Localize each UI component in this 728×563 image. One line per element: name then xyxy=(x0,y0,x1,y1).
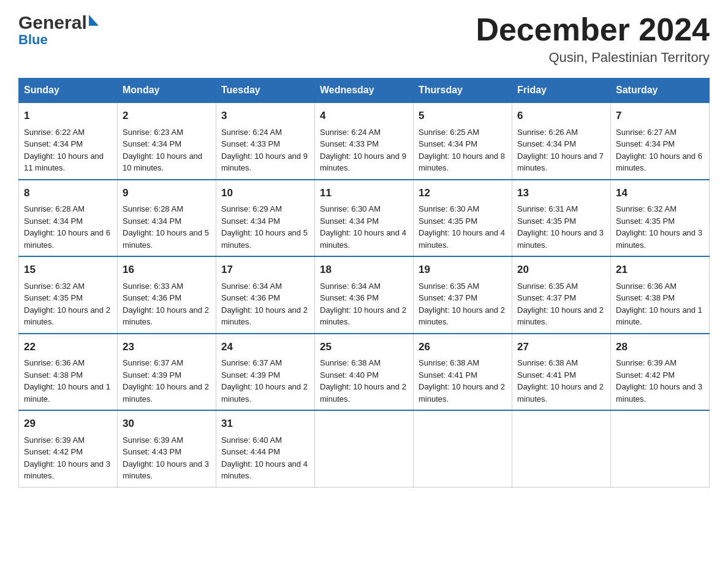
day-number: 23 xyxy=(123,339,211,355)
sunset-text: Sunset: 4:44 PM xyxy=(221,447,280,456)
day-number: 19 xyxy=(419,262,507,278)
header-sunday: Sunday xyxy=(19,79,118,103)
sunrise-text: Sunrise: 6:37 AM xyxy=(221,358,282,367)
day-number: 31 xyxy=(221,416,309,432)
sunset-text: Sunset: 4:34 PM xyxy=(517,139,576,148)
daylight-text: Daylight: 10 hours and 1 minute. xyxy=(616,305,702,327)
sunrise-text: Sunrise: 6:35 AM xyxy=(517,282,578,291)
header-thursday: Thursday xyxy=(414,79,512,103)
day-number: 22 xyxy=(24,339,112,355)
day-number: 14 xyxy=(616,185,704,201)
day-number: 10 xyxy=(221,185,309,201)
calendar-cell: 14Sunrise: 6:32 AMSunset: 4:35 PMDayligh… xyxy=(611,180,710,257)
sunset-text: Sunset: 4:34 PM xyxy=(320,216,379,226)
calendar-cell: 11Sunrise: 6:30 AMSunset: 4:34 PMDayligh… xyxy=(315,180,414,257)
daylight-text: Daylight: 10 hours and 2 minutes. xyxy=(517,382,604,404)
daylight-text: Daylight: 10 hours and 8 minutes. xyxy=(419,151,505,173)
sunset-text: Sunset: 4:35 PM xyxy=(517,216,576,226)
calendar-cell: 29Sunrise: 6:39 AMSunset: 4:42 PMDayligh… xyxy=(19,410,118,487)
day-number: 30 xyxy=(123,416,211,432)
daylight-text: Daylight: 10 hours and 2 minutes. xyxy=(24,305,110,327)
sunrise-text: Sunrise: 6:39 AM xyxy=(24,435,85,445)
logo-general-text: General xyxy=(18,12,87,33)
daylight-text: Daylight: 10 hours and 3 minutes. xyxy=(123,459,209,481)
sunset-text: Sunset: 4:34 PM xyxy=(24,216,83,226)
daylight-text: Daylight: 10 hours and 3 minutes. xyxy=(517,228,604,250)
calendar-cell xyxy=(611,410,710,487)
sunrise-text: Sunrise: 6:40 AM xyxy=(221,435,282,445)
header-monday: Monday xyxy=(118,79,216,103)
day-number: 12 xyxy=(419,185,507,201)
sunrise-text: Sunrise: 6:39 AM xyxy=(123,435,183,445)
sunset-text: Sunset: 4:41 PM xyxy=(419,370,477,380)
day-number: 25 xyxy=(320,339,408,355)
calendar-cell: 22Sunrise: 6:36 AMSunset: 4:38 PMDayligh… xyxy=(19,334,118,411)
day-number: 3 xyxy=(221,108,309,124)
daylight-text: Daylight: 10 hours and 2 minutes. xyxy=(320,305,406,327)
daylight-text: Daylight: 10 hours and 5 minutes. xyxy=(123,228,209,250)
calendar-week-row: 15Sunrise: 6:32 AMSunset: 4:35 PMDayligh… xyxy=(19,256,710,334)
calendar-cell: 4Sunrise: 6:24 AMSunset: 4:33 PMDaylight… xyxy=(315,102,414,180)
day-number: 1 xyxy=(24,108,112,124)
sunset-text: Sunset: 4:36 PM xyxy=(221,293,280,302)
sunrise-text: Sunrise: 6:34 AM xyxy=(320,282,381,291)
calendar-cell: 28Sunrise: 6:39 AMSunset: 4:42 PMDayligh… xyxy=(611,334,710,411)
calendar-cell: 20Sunrise: 6:35 AMSunset: 4:37 PMDayligh… xyxy=(512,256,611,334)
sunrise-text: Sunrise: 6:25 AM xyxy=(419,128,479,137)
daylight-text: Daylight: 10 hours and 3 minutes. xyxy=(616,382,702,404)
sunrise-text: Sunrise: 6:29 AM xyxy=(221,204,282,213)
day-number: 18 xyxy=(320,262,408,278)
calendar-cell: 19Sunrise: 6:35 AMSunset: 4:37 PMDayligh… xyxy=(414,256,512,334)
sunrise-text: Sunrise: 6:28 AM xyxy=(24,204,85,213)
header-tuesday: Tuesday xyxy=(216,79,315,103)
day-number: 13 xyxy=(517,185,605,201)
sunrise-text: Sunrise: 6:37 AM xyxy=(123,358,183,367)
sunrise-text: Sunrise: 6:32 AM xyxy=(24,282,85,291)
sunset-text: Sunset: 4:42 PM xyxy=(24,447,83,456)
sunrise-text: Sunrise: 6:39 AM xyxy=(616,358,677,367)
day-number: 4 xyxy=(320,108,408,124)
sunset-text: Sunset: 4:34 PM xyxy=(419,139,477,148)
sunset-text: Sunset: 4:43 PM xyxy=(123,447,181,456)
calendar-subtitle: Qusin, Palestinian Territory xyxy=(476,50,710,66)
sunrise-text: Sunrise: 6:33 AM xyxy=(123,282,183,291)
day-number: 16 xyxy=(123,262,211,278)
sunrise-text: Sunrise: 6:27 AM xyxy=(616,128,677,137)
sunset-text: Sunset: 4:33 PM xyxy=(320,139,379,148)
day-number: 6 xyxy=(517,108,605,124)
sunset-text: Sunset: 4:41 PM xyxy=(517,370,576,380)
calendar-cell: 27Sunrise: 6:38 AMSunset: 4:41 PMDayligh… xyxy=(512,334,611,411)
calendar-week-row: 29Sunrise: 6:39 AMSunset: 4:42 PMDayligh… xyxy=(19,410,710,487)
sunset-text: Sunset: 4:40 PM xyxy=(320,370,379,380)
calendar-cell: 15Sunrise: 6:32 AMSunset: 4:35 PMDayligh… xyxy=(19,256,118,334)
sunrise-text: Sunrise: 6:35 AM xyxy=(419,282,479,291)
sunrise-text: Sunrise: 6:22 AM xyxy=(24,128,85,137)
daylight-text: Daylight: 10 hours and 9 minutes. xyxy=(320,151,406,173)
daylight-text: Daylight: 10 hours and 2 minutes. xyxy=(123,382,209,404)
sunset-text: Sunset: 4:35 PM xyxy=(24,293,83,302)
day-number: 26 xyxy=(419,339,507,355)
day-number: 7 xyxy=(616,108,704,124)
calendar-cell: 21Sunrise: 6:36 AMSunset: 4:38 PMDayligh… xyxy=(611,256,710,334)
daylight-text: Daylight: 10 hours and 2 minutes. xyxy=(221,382,308,404)
daylight-text: Daylight: 10 hours and 6 minutes. xyxy=(24,228,110,250)
sunrise-text: Sunrise: 6:24 AM xyxy=(221,128,282,137)
calendar-title: December 2024 xyxy=(476,12,710,47)
header-friday: Friday xyxy=(512,79,611,103)
sunset-text: Sunset: 4:36 PM xyxy=(320,293,379,302)
daylight-text: Daylight: 10 hours and 4 minutes. xyxy=(320,228,406,250)
daylight-text: Daylight: 10 hours and 2 minutes. xyxy=(419,305,505,327)
sunset-text: Sunset: 4:42 PM xyxy=(616,370,675,380)
calendar-cell: 12Sunrise: 6:30 AMSunset: 4:35 PMDayligh… xyxy=(414,180,512,257)
calendar-cell: 2Sunrise: 6:23 AMSunset: 4:34 PMDaylight… xyxy=(118,102,216,180)
daylight-text: Daylight: 10 hours and 2 minutes. xyxy=(517,305,604,327)
calendar-cell: 18Sunrise: 6:34 AMSunset: 4:36 PMDayligh… xyxy=(315,256,414,334)
sunset-text: Sunset: 4:34 PM xyxy=(24,139,83,148)
calendar-cell: 25Sunrise: 6:38 AMSunset: 4:40 PMDayligh… xyxy=(315,334,414,411)
sunrise-text: Sunrise: 6:34 AM xyxy=(221,282,282,291)
sunrise-text: Sunrise: 6:26 AM xyxy=(517,128,578,137)
calendar-cell: 31Sunrise: 6:40 AMSunset: 4:44 PMDayligh… xyxy=(216,410,315,487)
daylight-text: Daylight: 10 hours and 4 minutes. xyxy=(221,459,308,481)
sunrise-text: Sunrise: 6:31 AM xyxy=(517,204,578,213)
day-number: 27 xyxy=(517,339,605,355)
